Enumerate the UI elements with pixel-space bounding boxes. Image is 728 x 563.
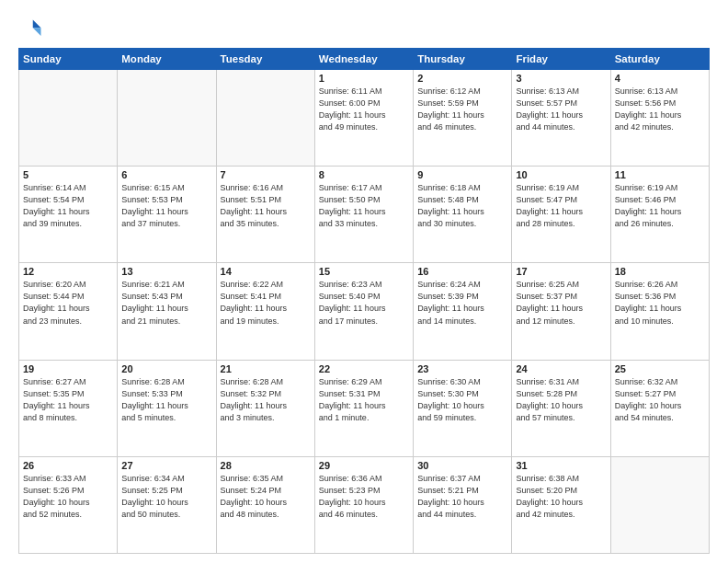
calendar-cell: 10Sunrise: 6:19 AM Sunset: 5:47 PM Dayli… [512,167,610,263]
svg-marker-1 [33,28,41,36]
day-info: Sunrise: 6:21 AM Sunset: 5:43 PM Dayligh… [121,279,211,327]
calendar-week-1: 1Sunrise: 6:11 AM Sunset: 6:00 PM Daylig… [19,70,710,167]
day-info: Sunrise: 6:25 AM Sunset: 5:37 PM Dayligh… [516,279,606,327]
day-number: 24 [516,363,606,374]
day-info: Sunrise: 6:20 AM Sunset: 5:44 PM Dayligh… [23,279,113,327]
calendar-week-5: 26Sunrise: 6:33 AM Sunset: 5:26 PM Dayli… [19,456,710,553]
day-info: Sunrise: 6:24 AM Sunset: 5:39 PM Dayligh… [417,279,507,327]
day-number: 19 [23,363,113,374]
weekday-header-monday: Monday [118,49,216,70]
calendar-cell: 9Sunrise: 6:18 AM Sunset: 5:48 PM Daylig… [414,167,512,263]
day-info: Sunrise: 6:35 AM Sunset: 5:24 PM Dayligh… [221,473,311,521]
logo [18,17,48,42]
calendar-cell: 23Sunrise: 6:30 AM Sunset: 5:30 PM Dayli… [414,360,512,456]
day-number: 21 [221,363,311,374]
day-info: Sunrise: 6:31 AM Sunset: 5:28 PM Dayligh… [516,376,606,424]
day-info: Sunrise: 6:16 AM Sunset: 5:51 PM Dayligh… [221,182,311,230]
calendar-cell: 28Sunrise: 6:35 AM Sunset: 5:24 PM Dayli… [216,456,314,553]
day-info: Sunrise: 6:11 AM Sunset: 6:00 PM Dayligh… [319,86,409,133]
day-number: 14 [221,266,311,277]
calendar-cell: 31Sunrise: 6:38 AM Sunset: 5:20 PM Dayli… [512,456,610,553]
calendar-cell: 16Sunrise: 6:24 AM Sunset: 5:39 PM Dayli… [414,263,512,360]
day-number: 12 [23,266,113,277]
calendar-cell: 24Sunrise: 6:31 AM Sunset: 5:28 PM Dayli… [512,360,610,456]
day-info: Sunrise: 6:12 AM Sunset: 5:59 PM Dayligh… [417,86,507,133]
day-info: Sunrise: 6:23 AM Sunset: 5:40 PM Dayligh… [319,279,409,327]
day-info: Sunrise: 6:33 AM Sunset: 5:26 PM Dayligh… [23,473,113,521]
day-number: 1 [319,73,409,84]
day-info: Sunrise: 6:38 AM Sunset: 5:20 PM Dayligh… [516,473,606,521]
day-number: 20 [121,363,211,374]
calendar-cell: 20Sunrise: 6:28 AM Sunset: 5:33 PM Dayli… [118,360,216,456]
weekday-header-sunday: Sunday [19,49,118,70]
calendar-cell: 14Sunrise: 6:22 AM Sunset: 5:41 PM Dayli… [216,263,314,360]
calendar-cell: 1Sunrise: 6:11 AM Sunset: 6:00 PM Daylig… [314,70,413,167]
weekday-header-saturday: Saturday [610,49,709,70]
weekday-row: SundayMondayTuesdayWednesdayThursdayFrid… [19,49,710,70]
day-number: 29 [319,460,409,471]
day-info: Sunrise: 6:37 AM Sunset: 5:21 PM Dayligh… [417,473,507,521]
day-number: 3 [516,73,606,84]
day-info: Sunrise: 6:18 AM Sunset: 5:48 PM Dayligh… [417,182,507,230]
day-number: 25 [615,363,705,374]
calendar-cell: 29Sunrise: 6:36 AM Sunset: 5:23 PM Dayli… [314,456,413,553]
day-info: Sunrise: 6:17 AM Sunset: 5:50 PM Dayligh… [319,182,409,230]
day-number: 5 [23,169,113,180]
day-number: 27 [121,460,211,471]
calendar-cell: 12Sunrise: 6:20 AM Sunset: 5:44 PM Dayli… [19,263,118,360]
day-info: Sunrise: 6:19 AM Sunset: 5:46 PM Dayligh… [615,182,705,230]
day-number: 6 [121,169,211,180]
day-number: 18 [615,266,705,277]
day-info: Sunrise: 6:13 AM Sunset: 5:56 PM Dayligh… [615,86,705,133]
header [18,17,710,42]
calendar-cell [19,70,118,167]
day-number: 28 [221,460,311,471]
day-info: Sunrise: 6:13 AM Sunset: 5:57 PM Dayligh… [516,86,606,133]
calendar-cell: 8Sunrise: 6:17 AM Sunset: 5:50 PM Daylig… [314,167,413,263]
day-number: 2 [417,73,507,84]
day-number: 9 [417,169,507,180]
calendar-cell: 3Sunrise: 6:13 AM Sunset: 5:57 PM Daylig… [512,70,610,167]
calendar-cell: 2Sunrise: 6:12 AM Sunset: 5:59 PM Daylig… [414,70,512,167]
calendar-cell: 13Sunrise: 6:21 AM Sunset: 5:43 PM Dayli… [118,263,216,360]
calendar-cell: 6Sunrise: 6:15 AM Sunset: 5:53 PM Daylig… [118,167,216,263]
calendar-week-3: 12Sunrise: 6:20 AM Sunset: 5:44 PM Dayli… [19,263,710,360]
day-info: Sunrise: 6:14 AM Sunset: 5:54 PM Dayligh… [23,182,113,230]
weekday-header-wednesday: Wednesday [314,49,413,70]
calendar-cell: 27Sunrise: 6:34 AM Sunset: 5:25 PM Dayli… [118,456,216,553]
calendar-table: SundayMondayTuesdayWednesdayThursdayFrid… [18,48,710,554]
day-info: Sunrise: 6:34 AM Sunset: 5:25 PM Dayligh… [121,473,211,521]
calendar-week-4: 19Sunrise: 6:27 AM Sunset: 5:35 PM Dayli… [19,360,710,456]
day-number: 22 [319,363,409,374]
day-number: 10 [516,169,606,180]
day-info: Sunrise: 6:30 AM Sunset: 5:30 PM Dayligh… [417,376,507,424]
calendar-cell [610,456,709,553]
page: SundayMondayTuesdayWednesdayThursdayFrid… [0,0,728,563]
calendar-cell: 19Sunrise: 6:27 AM Sunset: 5:35 PM Dayli… [19,360,118,456]
day-number: 26 [23,460,113,471]
calendar-cell: 5Sunrise: 6:14 AM Sunset: 5:54 PM Daylig… [19,167,118,263]
calendar-cell: 26Sunrise: 6:33 AM Sunset: 5:26 PM Dayli… [19,456,118,553]
day-number: 16 [417,266,507,277]
weekday-header-friday: Friday [512,49,610,70]
calendar-cell [216,70,314,167]
weekday-header-tuesday: Tuesday [216,49,314,70]
calendar-body: 1Sunrise: 6:11 AM Sunset: 6:00 PM Daylig… [19,70,710,554]
calendar-cell: 21Sunrise: 6:28 AM Sunset: 5:32 PM Dayli… [216,360,314,456]
day-info: Sunrise: 6:26 AM Sunset: 5:36 PM Dayligh… [615,279,705,327]
calendar-cell: 7Sunrise: 6:16 AM Sunset: 5:51 PM Daylig… [216,167,314,263]
day-info: Sunrise: 6:22 AM Sunset: 5:41 PM Dayligh… [221,279,311,327]
day-info: Sunrise: 6:19 AM Sunset: 5:47 PM Dayligh… [516,182,606,230]
calendar-cell: 30Sunrise: 6:37 AM Sunset: 5:21 PM Dayli… [414,456,512,553]
day-info: Sunrise: 6:36 AM Sunset: 5:23 PM Dayligh… [319,473,409,521]
calendar-cell: 4Sunrise: 6:13 AM Sunset: 5:56 PM Daylig… [610,70,709,167]
calendar-header: SundayMondayTuesdayWednesdayThursdayFrid… [19,49,710,70]
calendar-cell [118,70,216,167]
day-info: Sunrise: 6:28 AM Sunset: 5:33 PM Dayligh… [121,376,211,424]
weekday-header-thursday: Thursday [414,49,512,70]
day-info: Sunrise: 6:28 AM Sunset: 5:32 PM Dayligh… [221,376,311,424]
day-number: 23 [417,363,507,374]
svg-marker-0 [33,20,41,29]
day-number: 30 [417,460,507,471]
calendar-cell: 18Sunrise: 6:26 AM Sunset: 5:36 PM Dayli… [610,263,709,360]
